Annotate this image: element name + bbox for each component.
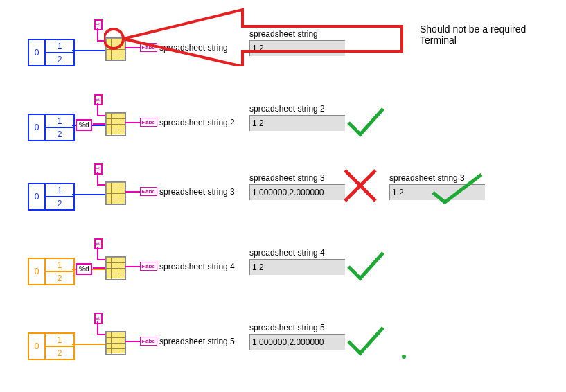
array-to-spreadsheet-string-node[interactable] bbox=[105, 181, 126, 205]
string-indicator-terminal[interactable]: abc bbox=[140, 262, 157, 271]
array-control[interactable]: 0 1 2 bbox=[28, 39, 75, 66]
array-index[interactable]: 0 bbox=[29, 115, 46, 140]
wire-array bbox=[72, 50, 105, 51]
wire-output-string bbox=[125, 122, 140, 123]
wire-output-string bbox=[125, 266, 140, 267]
string-indicator-terminal[interactable]: abc bbox=[140, 43, 157, 52]
wire-delimiter bbox=[97, 321, 98, 334]
array-cell[interactable]: 2 bbox=[46, 197, 73, 209]
delimiter-constant[interactable] bbox=[94, 238, 103, 249]
array-to-spreadsheet-string-node[interactable] bbox=[105, 112, 126, 136]
string-indicator-terminal[interactable]: abc bbox=[140, 337, 157, 346]
array-index[interactable]: 0 bbox=[29, 184, 46, 209]
fp-indicator-value[interactable]: 1,2 bbox=[249, 259, 345, 275]
fp-indicator-label: spreadsheet string 2 bbox=[249, 104, 325, 114]
array-control[interactable]: 0 1 2 bbox=[28, 258, 75, 285]
array-cell[interactable]: 2 bbox=[46, 347, 73, 359]
wire-output-string bbox=[125, 341, 140, 342]
delimiter-constant[interactable] bbox=[94, 94, 103, 105]
indicator-label: spreadsheet string 4 bbox=[159, 262, 235, 271]
delimiter-constant[interactable] bbox=[94, 19, 103, 30]
delimiter-constant[interactable] bbox=[94, 163, 103, 175]
format-string-constant[interactable]: %d bbox=[76, 263, 92, 275]
dot-icon bbox=[402, 355, 406, 359]
array-to-spreadsheet-string-node[interactable] bbox=[105, 331, 126, 355]
indicator-label: spreadsheet string 2 bbox=[159, 118, 235, 127]
fp-indicator-value[interactable]: 1,2 bbox=[249, 115, 345, 131]
array-cell[interactable]: 1 bbox=[46, 259, 73, 272]
fp-indicator-label: spreadsheet string 4 bbox=[249, 248, 325, 258]
fp-indicator-value[interactable]: 1.000000,2.000000 bbox=[249, 184, 345, 200]
array-cell[interactable]: 1 bbox=[46, 115, 73, 128]
wire-output-string bbox=[125, 191, 140, 193]
array-control[interactable]: 0 1 2 bbox=[28, 114, 75, 141]
delimiter-constant[interactable] bbox=[94, 313, 103, 324]
string-indicator-terminal[interactable]: abc bbox=[140, 187, 157, 196]
wire-delimiter bbox=[97, 40, 105, 42]
indicator-label: spreadsheet string 5 bbox=[159, 337, 235, 346]
fp-indicator-label: spreadsheet string 3 bbox=[249, 173, 325, 183]
wire-delimiter bbox=[97, 28, 98, 40]
array-to-spreadsheet-string-node[interactable] bbox=[105, 37, 126, 61]
array-control[interactable]: 0 1 2 bbox=[28, 183, 75, 211]
wire-delimiter bbox=[97, 247, 98, 259]
wire-format bbox=[93, 123, 105, 125]
wire-format bbox=[93, 267, 105, 269]
fp-indicator-value[interactable]: 1,2 bbox=[249, 40, 345, 56]
array-cell[interactable]: 1 bbox=[46, 40, 73, 53]
array-to-spreadsheet-string-node[interactable] bbox=[105, 256, 126, 280]
wire-array bbox=[72, 344, 105, 345]
wire-delimiter bbox=[97, 184, 105, 186]
array-cell[interactable]: 2 bbox=[46, 128, 73, 140]
array-index[interactable]: 0 bbox=[29, 40, 46, 65]
format-string-constant[interactable]: %d bbox=[76, 119, 92, 131]
wire-delimiter bbox=[97, 103, 98, 115]
array-cell[interactable]: 1 bbox=[46, 334, 73, 347]
fp-indicator-label: spreadsheet string 5 bbox=[249, 323, 325, 332]
array-index[interactable]: 0 bbox=[29, 259, 46, 284]
string-indicator-terminal[interactable]: abc bbox=[140, 118, 157, 127]
wire-delimiter bbox=[97, 172, 98, 184]
array-cell[interactable]: 1 bbox=[46, 184, 73, 197]
array-cell[interactable]: 2 bbox=[46, 272, 73, 284]
wire-delimiter bbox=[97, 334, 105, 335]
wire-delimiter bbox=[97, 259, 105, 260]
wire-output-string bbox=[125, 47, 140, 48]
array-cell[interactable]: 2 bbox=[46, 53, 73, 65]
wire-delimiter bbox=[97, 115, 105, 116]
array-control[interactable]: 0 1 2 bbox=[28, 332, 75, 360]
array-index[interactable]: 0 bbox=[29, 334, 46, 359]
fp-indicator-label: spreadsheet string bbox=[249, 29, 318, 39]
annotation-caption: Should not be a required Terminal bbox=[420, 24, 545, 46]
indicator-label: spreadsheet string 3 bbox=[159, 187, 235, 197]
indicator-label: spreadsheet string bbox=[159, 43, 228, 53]
wire-array bbox=[72, 194, 105, 195]
fp-indicator-value[interactable]: 1.000000,2.000000 bbox=[249, 334, 345, 350]
